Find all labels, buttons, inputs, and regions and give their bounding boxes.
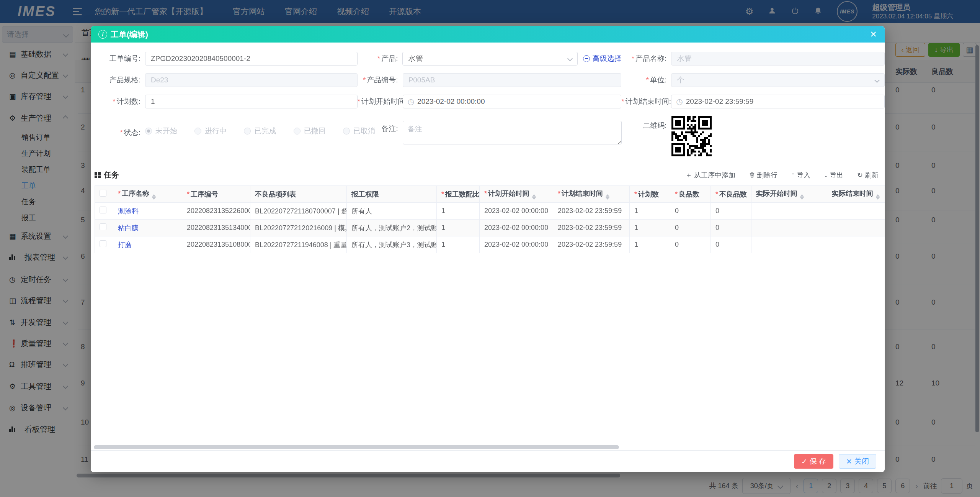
- actual-start-cell: [751, 236, 827, 253]
- process-name-link[interactable]: 涮涂料: [118, 207, 139, 215]
- add-from-process-button[interactable]: ＋从工序中添加: [685, 171, 735, 180]
- good-qty-cell: 0: [670, 220, 711, 236]
- sort-icon[interactable]: [532, 194, 536, 200]
- save-button[interactable]: ✓保 存: [794, 454, 833, 469]
- product-select[interactable]: [402, 52, 578, 66]
- status-radio-completed[interactable]: 已完成: [244, 126, 276, 136]
- col-plan-start[interactable]: *计划开始时间: [480, 186, 553, 203]
- radio-icon: [294, 128, 301, 135]
- status-radio-not-started[interactable]: 未开始: [145, 126, 177, 136]
- permission-cell: 所有人，测试账户3，测试账户2: [347, 236, 437, 253]
- defect-list-cell: BL2022072721180700007 | 超重...: [250, 203, 347, 220]
- dialog-title: 工单(编辑): [111, 29, 148, 40]
- status-radio-in-progress[interactable]: 进行中: [194, 126, 227, 136]
- sort-icon[interactable]: [606, 194, 609, 200]
- tasks-table: *工序名称 *工序编号 不良品项列表 报工权限 *报工数配比 *计划开始时间 *…: [95, 185, 885, 253]
- close-button[interactable]: ✕关闭: [839, 454, 876, 469]
- advanced-select-icon: [583, 55, 590, 62]
- plan-start-cell: 2023-02-02 00:00:00: [480, 236, 553, 253]
- product-code-input-wrap: [403, 73, 622, 87]
- radio-icon: [343, 128, 350, 135]
- task-row: 打磨 202208231351080003 BL2022072721194600…: [95, 236, 885, 253]
- product-label: *产品:: [358, 54, 403, 64]
- plan-start-cell: 2023-02-02 00:00:00: [480, 220, 553, 236]
- clock-icon: ◷: [408, 97, 414, 106]
- col-actual-start[interactable]: 实际开始时间: [751, 186, 827, 203]
- product-select-value[interactable]: [403, 52, 577, 65]
- dialog-header: i 工单(编辑) ✕: [91, 26, 885, 43]
- permission-cell: 所有人: [347, 203, 437, 220]
- plan-qty-input[interactable]: [145, 95, 357, 108]
- bad-qty-cell: 0: [711, 220, 751, 236]
- plan-end-cell: 2023-02-02 23:59:59: [553, 220, 630, 236]
- plan-end-picker[interactable]: ◷: [671, 95, 885, 108]
- plan-start-label: *计划开始时间:: [358, 97, 403, 107]
- radio-selected-icon: [145, 128, 152, 135]
- remark-textarea[interactable]: [403, 121, 622, 144]
- process-name-link[interactable]: 打磨: [118, 241, 132, 249]
- product-code-input: [403, 74, 621, 87]
- col-actual-end[interactable]: 实际结束时间: [827, 186, 885, 203]
- modal-horizontal-scrollbar: [91, 445, 885, 450]
- ratio-cell: 1: [437, 220, 480, 236]
- advanced-select-link[interactable]: 高级选择: [583, 54, 621, 64]
- upload-icon: ↑: [791, 171, 795, 179]
- process-code-cell: 202208231351080003: [182, 236, 250, 253]
- qr-label: 二维码:: [622, 116, 671, 131]
- order-no-input[interactable]: [145, 52, 357, 65]
- spec-input-wrap: [145, 73, 358, 87]
- col-process-name[interactable]: *工序名称: [113, 186, 182, 203]
- actual-end-cell: [827, 236, 885, 253]
- product-code-label: *产品编号:: [358, 75, 403, 85]
- plan-qty-label: *计划数:: [93, 97, 145, 107]
- qr-code: [671, 116, 712, 156]
- info-icon: i: [98, 30, 107, 39]
- product-name-input: [671, 52, 884, 65]
- clock-icon: ◷: [676, 97, 683, 106]
- order-no-label: 工单编号:: [93, 54, 145, 64]
- col-report-permission: 报工权限: [347, 186, 437, 203]
- check-icon: ✓: [801, 457, 807, 466]
- col-process-code: *工序编号: [182, 186, 250, 203]
- plan-qty-input-wrap: [145, 95, 358, 108]
- col-bad-qty: *不良品数: [711, 186, 751, 203]
- task-row: 粘白膜 202208231351340004 BL202207272120216…: [95, 220, 885, 236]
- import-button[interactable]: ↑导入: [791, 171, 810, 180]
- plus-icon: ＋: [685, 171, 692, 180]
- work-order-form: 工单编号: *产品: 高级选择 *产品名称: 产品规格: *产品编号: *单位:…: [91, 43, 885, 158]
- row-checkbox[interactable]: [100, 240, 106, 247]
- defect-list-cell: BL20220727211946008 | 重量轻...: [250, 236, 347, 253]
- product-name-label: *产品名称:: [621, 54, 671, 64]
- delete-row-button[interactable]: 删除行: [749, 171, 777, 180]
- col-plan-end[interactable]: *计划结束时间: [553, 186, 630, 203]
- export-rows-button[interactable]: ↓导出: [824, 171, 843, 180]
- good-qty-cell: 0: [670, 203, 711, 220]
- actual-end-cell: [827, 220, 885, 236]
- sort-icon[interactable]: [800, 194, 804, 200]
- scrollbar-thumb[interactable]: [94, 445, 619, 449]
- process-code-cell: 202208231351340004: [182, 220, 250, 236]
- plan-start-cell: 2023-02-02 00:00:00: [480, 203, 553, 220]
- row-checkbox[interactable]: [100, 207, 106, 213]
- select-all-checkbox[interactable]: [100, 190, 106, 197]
- row-checkbox[interactable]: [100, 223, 106, 230]
- col-defect-list: 不良品项列表: [250, 186, 347, 203]
- spec-input: [145, 74, 357, 87]
- good-qty-cell: 0: [670, 236, 711, 253]
- process-code-cell: 202208231352260005: [182, 203, 250, 220]
- status-label: *状态:: [93, 116, 145, 138]
- plan-start-picker[interactable]: ◷: [403, 95, 622, 108]
- permission-cell: 所有人，测试账户2，测试账户3: [347, 220, 437, 236]
- sort-icon[interactable]: [876, 194, 880, 200]
- plan-end-cell: 2023-02-02 23:59:59: [553, 236, 630, 253]
- plan-start-input[interactable]: [414, 95, 621, 108]
- process-name-link[interactable]: 粘白膜: [118, 224, 139, 232]
- status-radio-withdrawn[interactable]: 已撤回: [294, 126, 326, 136]
- close-icon[interactable]: ✕: [870, 30, 877, 39]
- refresh-button[interactable]: ↻刷新: [857, 171, 879, 180]
- defect-list-cell: BL202207272120216009 | 模具不...: [250, 220, 347, 236]
- plan-end-input[interactable]: [683, 95, 884, 108]
- radio-icon: [194, 128, 201, 135]
- sort-icon[interactable]: [152, 194, 156, 200]
- close-icon: ✕: [846, 457, 852, 466]
